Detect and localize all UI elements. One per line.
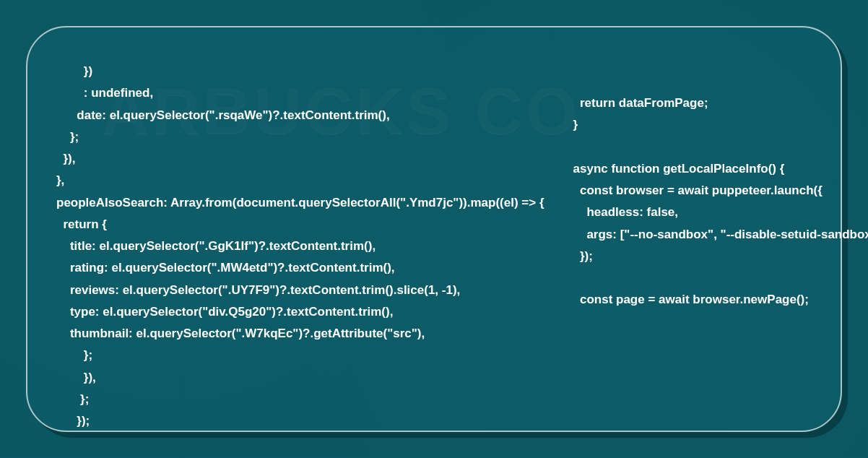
code-column-left: }) : undefined, date: el.querySelector("… — [56, 61, 544, 409]
code-card: }) : undefined, date: el.querySelector("… — [26, 26, 842, 432]
code-column-right: return dataFromPage; } async function ge… — [573, 61, 868, 409]
